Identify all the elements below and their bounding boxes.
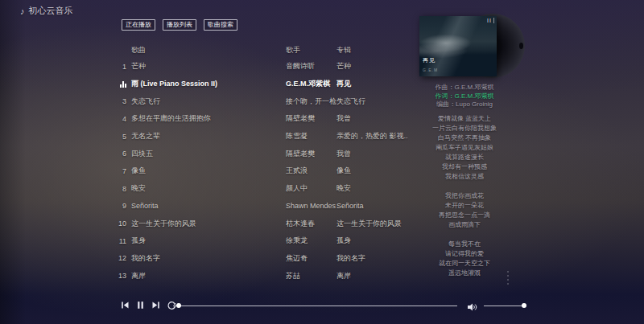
table-row[interactable]: 1芒种音阙诗听芒种 [117,58,408,76]
column-header-song: 歌曲 [131,45,286,55]
album-name: 失恋飞行 [336,96,408,107]
artist-name: 苏喆 [286,271,336,281]
artist-name: 音阙诗听 [286,61,336,72]
row-index: 7 [117,167,126,175]
row-index: 10 [117,219,126,228]
lyric-line: 再把思念一点一滴 [402,211,527,220]
row-index: 11 [117,237,126,245]
artist-name: 接个吻，开一枪 [286,96,336,107]
lyrics-panel: 作曲：G.E.M.邓紫棋作词：G.E.M.邓紫棋编曲：Lupo Groinig … [402,84,527,278]
table-row[interactable]: 8晚安颜人中晚安 [117,180,408,198]
table-row[interactable]: 3失恋飞行接个吻，开一枪失恋飞行 [117,92,408,110]
credit-line-highlighted: 作词：G.E.M.邓紫棋 [402,92,527,101]
album-name: 再见 [336,79,408,89]
lyric-line: 爱情就像 蓝蓝天上 [402,114,527,124]
album-name: 离岸 [336,271,408,281]
volume-track[interactable] [484,306,525,306]
row-index: 4 [117,115,126,123]
row-index: 6 [117,150,126,158]
next-icon [151,301,160,310]
lyric-line: 一片云白有你陪我想象 [402,124,527,133]
album-name: 这一生关于你的风景 [336,219,408,229]
table-row[interactable]: 7像鱼王贰浪像鱼 [117,162,408,180]
row-index: 3 [117,97,126,105]
table-row[interactable]: 13离岸苏喆离岸 [117,267,408,285]
song-title: 离岸 [131,271,286,281]
artist-name: 王贰浪 [286,166,336,176]
playing-indicator-icon [117,80,126,88]
table-row[interactable]: 6四块五隔壁老樊我曾 [117,145,408,162]
progress-thumb[interactable] [176,303,181,308]
pause-button[interactable] [134,300,147,310]
lyric-line: 画成雨滴下 [402,220,527,230]
player-bar [0,293,644,324]
artist-name: Shawn Mendes [286,202,336,210]
song-title: 芒种 [131,61,286,72]
song-title: 这一生关于你的风景 [131,219,286,229]
artist-name: 陈雪凝 [286,131,336,141]
volume-thumb[interactable] [522,303,526,308]
table-row[interactable]: 9SeñoritaShawn MendesSeñorita [117,198,408,215]
song-title: 像鱼 [131,166,286,176]
credit-line: 编曲：Lupo Groinig [402,100,527,109]
table-row[interactable]: 5无名之辈陈雪凝亲爱的，热爱的 影视... [117,128,408,146]
row-index: 5 [117,133,126,141]
table-row[interactable]: 12我的名字焦迈奇我的名字 [117,250,408,268]
lyric-line: 请记得我的爱 [402,249,527,259]
credits: 作曲：G.E.M.邓紫棋作词：G.E.M.邓紫棋编曲：Lupo Groinig [402,84,527,109]
row-index: 1 [117,63,126,71]
album-name: 孤身 [336,236,408,246]
song-title: 四块五 [131,149,286,159]
cover-artist-note: G.E.M [423,68,438,72]
artist-name: 焦迈奇 [286,253,336,264]
tab-2[interactable]: 播放列表 [163,19,196,31]
album-name: 我曾 [336,113,408,124]
volume-button[interactable] [467,301,478,315]
lyric-line: 我却有一种预感 [402,162,527,172]
lyrics: 爱情就像 蓝蓝天上一片云白有你陪我想象白马突然 不再抽象南瓜车子遇见灰姑娘就算路… [402,114,527,278]
progress-track[interactable] [173,306,457,306]
disc-edge-notch [519,43,523,49]
album-name: 像鱼 [336,166,408,176]
table-row[interactable]: 10这一生关于你的风景枯木逢春这一生关于你的风景 [117,215,408,232]
lyric-line [402,230,527,240]
artist-name: 隔壁老樊 [286,113,336,124]
app-header: ♪ 初心云音乐 [20,5,73,17]
tab-1[interactable]: 正在播放 [122,19,155,31]
playlist-header-row: 歌曲 歌手 专辑 [117,42,408,58]
song-title: 孤身 [131,236,286,246]
album-name: 我曾 [336,149,408,159]
credit-line: 作曲：G.E.M.邓紫棋 [402,84,527,92]
app-title: 初心云音乐 [29,5,73,17]
table-row-playing[interactable]: 雨 (Live Piano Session II)G.E.M.邓紫棋再见 [117,76,408,93]
cover-corner-mark: II [487,18,494,23]
artist-name: 颜人中 [286,183,336,194]
song-title: 无名之辈 [131,131,286,141]
artist-name: 隔壁老樊 [286,149,336,159]
song-title: 晚安 [131,183,286,194]
album-cover-art: II 再见 G.E.M [419,16,497,76]
column-header-album: 专辑 [336,45,408,55]
album-name: 芒种 [336,61,408,72]
player-controls [119,300,177,310]
song-title: 我的名字 [131,253,286,264]
table-row[interactable]: 4多想在平庸的生活拥抱你隔壁老樊我曾 [117,110,408,128]
song-title: 失恋飞行 [131,96,286,107]
previous-track-button[interactable] [119,300,131,310]
song-title: Señorita [131,202,286,210]
artist-name: 徐秉龙 [286,236,336,246]
tab-3[interactable]: 歌曲搜索 [204,19,237,31]
playlist-table: 歌曲 歌手 专辑 1芒种音阙诗听芒种雨 (Live Piano Session … [117,42,408,285]
lyric-line: 我把你画成花 [402,191,527,201]
artist-name: 枯木逢春 [286,219,336,229]
previous-icon [121,301,130,310]
lyric-line: 南瓜车子遇见灰姑娘 [402,143,527,153]
table-row[interactable]: 11孤身徐秉龙孤身 [117,232,408,250]
next-track-button[interactable] [150,300,162,310]
lyrics-scrollbar[interactable] [507,271,509,285]
row-index: 12 [117,254,126,262]
app-window: ♪ 初心云音乐 正在播放播放列表歌曲搜索 歌曲 歌手 专辑 1芒种音阙诗听芒种雨… [0,0,644,324]
song-title: 多想在平庸的生活拥抱你 [131,113,286,124]
album-name: Señorita [336,202,408,210]
album-name: 亲爱的，热爱的 影视... [336,131,408,141]
